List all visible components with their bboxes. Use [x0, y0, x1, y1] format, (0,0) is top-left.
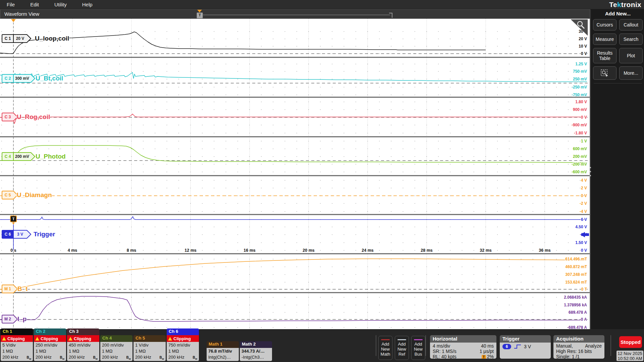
waveform-plot-area[interactable]: 30 V20 V10 V0 V1.25 V750 mV250 mV-250 mV…	[0, 19, 590, 329]
channel-badge-ch2[interactable]: Ch 2Clipping250 mV/div1 MΩ200 kHzBw	[34, 328, 66, 361]
channel-setting-row: 200 kHzBw	[36, 354, 64, 360]
bandwidth-limit-icon: Bw	[126, 355, 131, 361]
scale-label: -2 V	[580, 201, 587, 206]
scale-label: -689.478 A	[567, 325, 587, 329]
warning-triangle-icon	[68, 337, 72, 341]
channel-id: C 6	[5, 232, 11, 237]
channel-setting-row: 200 kHzBw	[102, 354, 131, 360]
channel-badge-title: Ch 2	[34, 328, 66, 335]
channel-setting-row: 200 kHzBw	[168, 354, 197, 360]
horizontal-panel[interactable]: Horizontal 4 ms/div40 ms SR: 1 MS/s1 µs/…	[430, 335, 496, 359]
channel-badge-c5[interactable]: C 5U_Diamagn	[2, 191, 52, 199]
sidebar-button-search[interactable]: Search	[619, 34, 643, 45]
channel-badge-ch1[interactable]: Ch 1Clipping5 V/div1 MΩ200 kHzBw	[1, 328, 33, 361]
waveform-canvas[interactable]: 30 V20 V10 V0 V1.25 V750 mV250 mV-250 mV…	[0, 19, 590, 329]
sidebar-button-callout[interactable]: Callout	[619, 19, 643, 31]
channel-setting-row: 5 V/div	[2, 342, 31, 348]
channel-badge-m2[interactable]: M 2I_p	[2, 315, 26, 323]
menu-item-file[interactable]: File	[7, 2, 15, 7]
sidebar-button-cursors[interactable]: Cursors	[593, 19, 616, 31]
channel-id: M 1	[4, 287, 11, 291]
time-axis-label: 0 s	[10, 248, 16, 253]
channel-badge-c3[interactable]: C 3U_Rog,coil	[2, 113, 50, 121]
add-new-bus-button[interactable]: AddNewBus	[411, 336, 425, 360]
trigger-level: 3 V	[524, 344, 531, 349]
menu-item-help[interactable]: Help	[82, 2, 93, 7]
warning-triangle-icon	[168, 337, 172, 341]
channel-badge-body: 750 mV/div1 MΩ200 kHzBw	[167, 342, 199, 361]
logo-accent: k	[617, 1, 621, 9]
menu-item-utility[interactable]: Utility	[54, 2, 67, 7]
channel-badge-ch6[interactable]: Ch 6Clipping750 mV/div1 MΩ200 kHzBw	[167, 328, 199, 361]
add-new-ref-button[interactable]: AddNewRef	[395, 336, 409, 360]
scale-label: 0 T	[581, 287, 587, 292]
channel-id: M 2	[4, 317, 11, 321]
trigger-source-badge: 6	[502, 344, 511, 349]
time-axis-label: 28 ms	[421, 248, 432, 253]
time-axis-label: 36 ms	[539, 248, 550, 253]
time-label: 10:52:00 AM	[616, 356, 643, 361]
scale-label: 750 mV	[573, 69, 587, 74]
scale-label: 0 V	[581, 115, 587, 120]
scale-label: 10 V	[579, 44, 587, 49]
sidebar-button-plot[interactable]: Plot	[619, 48, 643, 63]
accent-line	[381, 339, 390, 340]
warning-triangle-icon	[2, 337, 6, 341]
channel-setting-row: 1 MΩ	[36, 348, 64, 354]
channel-badge-math1[interactable]: Math 176.8 mT/divIntg(Ch2)…	[207, 341, 239, 361]
time-axis-label: 16 ms	[244, 248, 255, 253]
scale-label: 2.068435 kA	[564, 295, 587, 300]
acquisition-mode: Manual,	[556, 344, 573, 349]
acquisition-panel[interactable]: Acquisition Manual,Analyze High Res: 16 …	[553, 335, 604, 359]
time-axis-label: 12 ms	[184, 248, 196, 253]
trigger-panel-title: Trigger	[500, 335, 551, 343]
more-button[interactable]: More...	[619, 66, 643, 80]
bandwidth-limit-icon: Bw	[27, 355, 31, 361]
channel-name-label: Trigger	[34, 231, 55, 238]
sidebar-button-measure[interactable]: Measure	[593, 34, 616, 45]
sidebar-button-results-table[interactable]: Results Table	[593, 48, 616, 63]
zoom-select-button[interactable]	[593, 66, 616, 80]
bottom-bar: Ch 1Clipping5 V/div1 MΩ200 kHzBwCh 2Clip…	[0, 329, 644, 362]
right-sidebar: Add New... CursorsCalloutMeasureSearchRe…	[592, 9, 644, 329]
time-axis-label: 4 ms	[68, 248, 77, 253]
scale-label: 250 mV	[573, 77, 587, 81]
menu-bar: FileEditUtilityHelp	[0, 0, 644, 9]
clipping-warning: Clipping	[67, 335, 99, 342]
channel-badge-math2[interactable]: Math 2344.73 A/…-Intg(Ch3…	[240, 341, 272, 361]
scale-label: -900 mV	[572, 123, 587, 127]
sidebar-buttons: CursorsCalloutMeasureSearchResults Table…	[592, 19, 644, 63]
record-view-endcap	[389, 13, 392, 18]
splitter-grip-icon[interactable]	[590, 167, 591, 176]
scale-label: -750 mV	[572, 93, 587, 97]
sidebar-divider	[594, 83, 642, 83]
channel-setting-row: 1 MΩ	[168, 348, 197, 354]
clipping-warning: Clipping	[34, 335, 66, 342]
menu-item-edit[interactable]: Edit	[30, 2, 39, 7]
record-position-arrow-icon[interactable]	[197, 10, 202, 12]
channel-badge-c1[interactable]: C 120 VU_loop,coil	[2, 35, 69, 43]
channel-setting-row: 344.73 A/…	[241, 348, 270, 354]
channel-setting-row: 200 kHzBw	[135, 354, 164, 360]
channel-setting-row: 76.8 mT/div	[208, 348, 237, 354]
scale-label: 0 V	[581, 193, 587, 198]
record-trigger-flag-icon[interactable]: T	[197, 12, 203, 18]
add-new-math-button[interactable]: AddNewMath	[378, 336, 392, 360]
channel-id: C 3	[5, 115, 11, 119]
channel-setting-row: 200 kHzBw	[2, 354, 31, 360]
record-view-line	[203, 15, 390, 15]
channel-badge-ch4[interactable]: Ch 4200 mV/div1 MΩ200 kHzBw	[100, 335, 132, 361]
channel-setting-row: 250 mV/div	[36, 342, 64, 348]
accent-line	[414, 339, 423, 340]
scale-label: 1.25 V	[575, 62, 587, 66]
channel-badge-ch3[interactable]: Ch 3Clipping450 mV/div1 MΩ200 kHzBw	[67, 328, 99, 361]
clipping-warning: Clipping	[167, 335, 199, 342]
run-stop-status-button[interactable]: Stopped	[619, 336, 642, 348]
channel-name-label: B_t	[17, 285, 28, 292]
zoom-select-icon	[600, 69, 609, 77]
channel-badge-ch5[interactable]: Ch 51 V/div1 MΩ200 kHzBw	[133, 335, 166, 361]
channel-settings-badges: Ch 1Clipping5 V/div1 MΩ200 kHzBwCh 2Clip…	[1, 328, 273, 361]
scale-label: 200 mV	[573, 154, 587, 159]
trigger-panel[interactable]: Trigger 6 3 V	[500, 335, 551, 359]
channel-badge-m1[interactable]: M 1B_t	[2, 285, 28, 293]
